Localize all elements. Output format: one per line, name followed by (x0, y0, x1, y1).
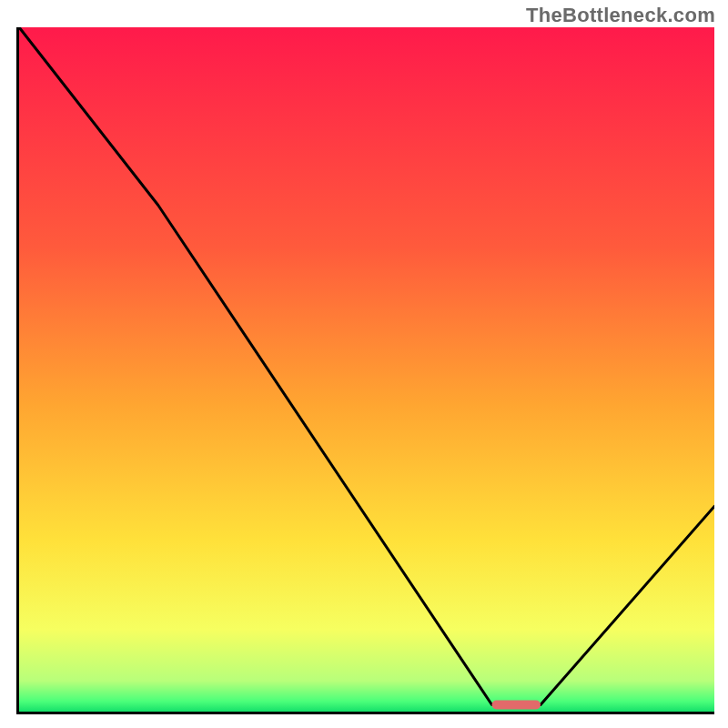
bottleneck-chart: TheBottleneck.com (0, 0, 728, 728)
curve-layer (19, 27, 714, 712)
optimal-marker (492, 701, 541, 710)
bottleneck-curve-path (19, 27, 714, 705)
watermark-text: TheBottleneck.com (526, 4, 715, 27)
plot-area (16, 27, 714, 714)
